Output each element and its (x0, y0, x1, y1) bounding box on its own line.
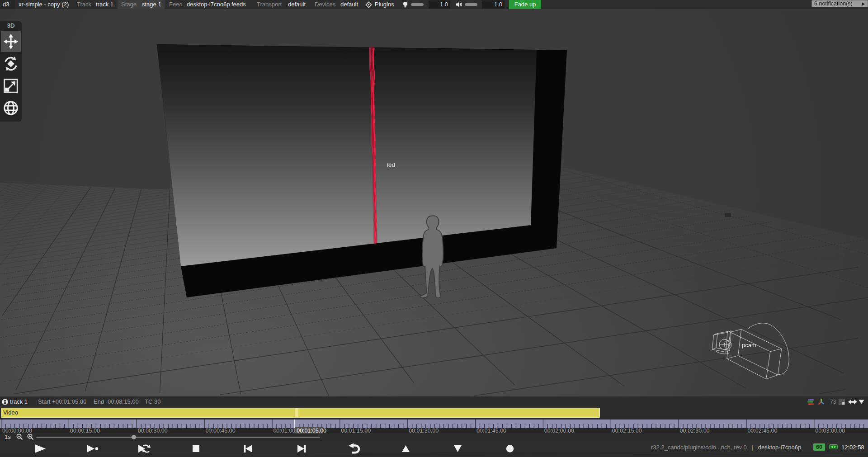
svg-text:00:00:45.00: 00:00:45.00 (206, 428, 236, 433)
svg-text:00:01:30.00: 00:01:30.00 (409, 428, 439, 433)
svg-text:00:01:05.00: 00:01:05.00 (297, 428, 326, 433)
svg-text:00:03:00.00: 00:03:00.00 (815, 428, 845, 433)
svg-text:00:02:30.00: 00:02:30.00 (680, 428, 710, 433)
svg-text:00:00:30.00: 00:00:30.00 (138, 428, 168, 433)
svg-text:00:02:15.00: 00:02:15.00 (612, 428, 642, 433)
svg-text:00:01:15.00: 00:01:15.00 (341, 428, 371, 433)
svg-text:00:00:00.00: 00:00:00.00 (2, 428, 32, 433)
svg-text:00:02:45.00: 00:02:45.00 (747, 428, 777, 433)
svg-text:00:01:45.00: 00:01:45.00 (476, 428, 506, 433)
svg-text:00:02:00.00: 00:02:00.00 (544, 428, 574, 433)
svg-text:00:00:15.00: 00:00:15.00 (70, 428, 100, 433)
